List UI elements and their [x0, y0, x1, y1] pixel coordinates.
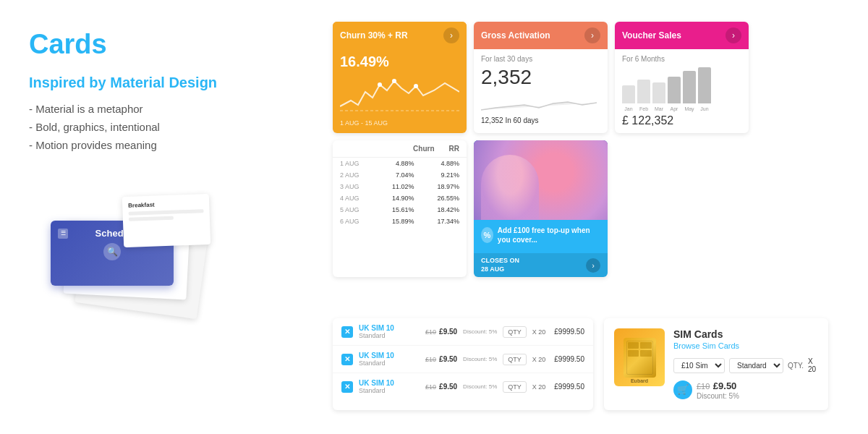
ga-arrow[interactable]: › [584, 27, 600, 43]
table-row-3: 4 AUG 14.90% 26.55% [333, 192, 467, 204]
cards-illustration: TODAY ☰ Schedule 🔍 [22, 195, 239, 340]
voucher-title: Voucher Sales [622, 30, 681, 41]
voucher-sub: For 6 Months [622, 55, 741, 63]
li-info-2: UK SIM 10 Standard [359, 379, 420, 394]
li-discount-0: Discount: 5% [463, 328, 497, 335]
voucher-arrow[interactable]: › [726, 27, 741, 43]
page-title: Cards [29, 29, 260, 60]
table-row-4: 5 AUG 15.61% 18.42% [333, 204, 467, 216]
table-row-2: 3 AUG 11.02% 18.97% [333, 181, 467, 192]
bar-labels: Jan Feb Mar Apr May Jun [622, 106, 741, 111]
card-stack: TODAY ☰ Schedule 🔍 [51, 195, 210, 311]
card-mini: Breakfast [122, 194, 210, 247]
col-header-rr: RR [449, 145, 459, 153]
list-item-0: ✕ UK SIM 10 Standard £10 £9.50 Discount:… [333, 318, 593, 346]
ga-sub2: 12,352 In 60 days [481, 116, 600, 124]
li-total-2: £9999.50 [554, 383, 584, 391]
orange-chart-area: 16.49% [333, 49, 467, 116]
sim-price-orig: £10 [697, 382, 710, 391]
bottom-row: Churn RR 1 AUG 4.88% 4.88% 2 AUG 7.04% 9… [333, 140, 749, 277]
bar-mar [652, 82, 665, 103]
sim-price-row: 🛒 £10 £9.50 Discount: 5% [673, 379, 818, 400]
svg-point-2 [414, 84, 418, 88]
table-header: Churn RR [333, 140, 467, 158]
li-qty-0[interactable]: QTY [503, 326, 527, 338]
ga-big-number: 2,352 [481, 66, 600, 89]
ga-chart [481, 92, 600, 114]
sim-icon-area: Eubard [614, 328, 665, 386]
table-row-5: 6 AUG 15.89% 17.34% [333, 216, 467, 227]
li-info-1: UK SIM 10 Standard [359, 352, 420, 367]
li-x-0[interactable]: ✕ [341, 326, 353, 338]
list-item-1: ✕ UK SIM 10 Standard £10 £9.50 Discount:… [333, 346, 593, 373]
li-total-0: £9999.50 [554, 328, 584, 336]
orange-date-range: 1 AUG - 15 AUG [333, 116, 467, 131]
voucher-body: For 6 Months Jan Feb Mar Apr May Jun [615, 49, 749, 133]
bar-label-apr: Apr [668, 106, 681, 111]
main-cards-area: Churn 30% + RR › 16.49% 1 [333, 22, 749, 277]
sim-prices: £10 £9.50 Discount: 5% [697, 379, 739, 400]
left-section: Cards Inspired by Material Design - Mate… [29, 29, 260, 173]
sim-details: SIM Cards Browse Sim Cards £10 Sim Stand… [673, 328, 818, 400]
bar-may [683, 71, 696, 103]
sim-x20: X 20 [808, 357, 818, 373]
bullet-2: - Bold, graphics, intentional [29, 121, 260, 133]
sim-select-type[interactable]: Standard [729, 358, 783, 373]
li-x-2[interactable]: ✕ [341, 381, 353, 393]
list-card: ✕ UK SIM 10 Standard £10 £9.50 Discount:… [333, 318, 593, 410]
col-header-churn: Churn [413, 145, 434, 153]
svg-point-1 [392, 79, 396, 83]
promo-arrow-btn[interactable]: › [586, 258, 600, 273]
promo-card: % Add £100 free top-up when you cover...… [474, 140, 608, 277]
ga-title: Gross Activation [481, 30, 550, 41]
bar-label-jun: Jun [698, 106, 711, 111]
sim-controls: £10 Sim Standard QTY. X 20 [673, 357, 818, 373]
orange-chart [340, 70, 459, 114]
li-qty-1[interactable]: QTY [503, 354, 527, 365]
bar-label-mar: Mar [652, 106, 665, 111]
orange-card-header: Churn 30% + RR › [333, 22, 467, 49]
promo-text: Add £100 free top-up when you cover... [498, 226, 600, 244]
bottom-section: ✕ UK SIM 10 Standard £10 £9.50 Discount:… [333, 318, 828, 410]
sim-price-new: £9.50 [713, 380, 737, 391]
ga-body: For last 30 days 2,352 12,352 In 60 days [474, 49, 608, 130]
sim-browse[interactable]: Browse Sim Cards [673, 341, 818, 350]
promo-footer: CLOSES ON 28 AUG › [474, 253, 608, 277]
sim-qty-label: QTY. [788, 362, 804, 370]
voucher-bars [622, 67, 741, 103]
promo-percent-icon: % [481, 227, 493, 243]
bar-label-feb: Feb [637, 106, 650, 111]
promo-body: % Add £100 free top-up when you cover... [474, 220, 608, 253]
bar-jan [622, 85, 635, 103]
li-x20-2: X 20 [532, 383, 546, 391]
promo-image [474, 140, 608, 220]
bar-label-may: May [683, 106, 696, 111]
sim-title: SIM Cards [673, 328, 818, 340]
voucher-card: Voucher Sales › For 6 Months Jan Feb Mar [615, 22, 749, 133]
list-item-2: ✕ UK SIM 10 Standard £10 £9.50 Discount:… [333, 373, 593, 400]
orange-card-title: Churn 30% + RR [340, 30, 408, 41]
li-price-2: £10 £9.50 [425, 383, 457, 391]
table-row-1: 2 AUG 7.04% 9.21% [333, 169, 467, 181]
page-subtitle: Inspired by Material Design [29, 75, 260, 91]
orange-card: Churn 30% + RR › 16.49% 1 [333, 22, 467, 133]
top-row: Churn 30% + RR › 16.49% 1 [333, 22, 749, 133]
voucher-amount: £ 122,352 [622, 114, 741, 127]
bar-apr [668, 77, 681, 103]
bar-feb [637, 80, 650, 103]
bullet-3: - Motion provides meaning [29, 139, 260, 151]
li-price-1: £10 £9.50 [425, 355, 457, 363]
table-card: Churn RR 1 AUG 4.88% 4.88% 2 AUG 7.04% 9… [333, 140, 467, 277]
li-discount-2: Discount: 5% [463, 383, 497, 390]
bar-jun [698, 67, 711, 103]
li-discount-1: Discount: 5% [463, 356, 497, 362]
sim-select-price[interactable]: £10 Sim [673, 358, 725, 373]
voucher-header: Voucher Sales › [615, 22, 749, 49]
li-qty-2[interactable]: QTY [503, 381, 527, 393]
bullet-1: - Material is a metaphor [29, 103, 260, 115]
orange-card-arrow[interactable]: › [443, 27, 459, 43]
li-x-1[interactable]: ✕ [341, 354, 353, 365]
sim-cart-icon[interactable]: 🛒 [673, 380, 692, 399]
sim-discount-text: Discount: 5% [697, 392, 739, 400]
sim-chip [624, 338, 656, 378]
